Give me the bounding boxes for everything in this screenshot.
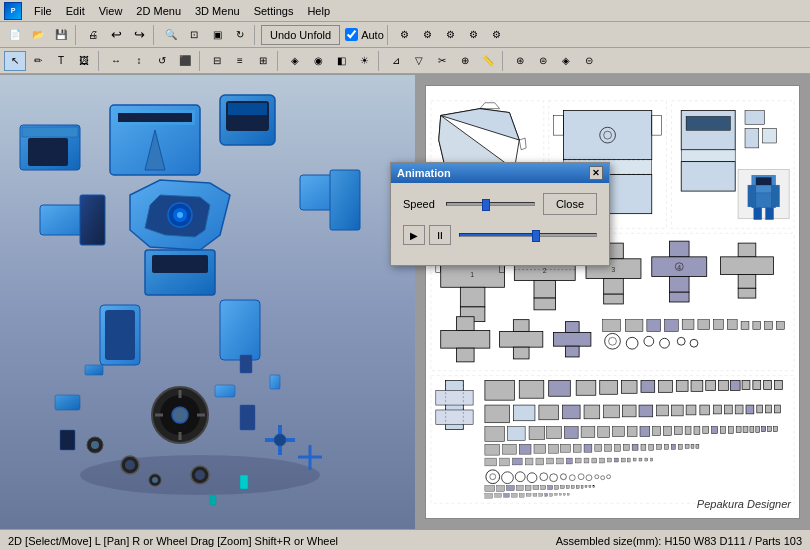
svg-rect-193 [507,427,525,441]
extra-btn4[interactable]: ⊝ [578,51,600,71]
svg-rect-120 [738,275,756,289]
fold-btn[interactable]: ⊿ [385,51,407,71]
undo-unfold-button[interactable]: Undo Unfold [261,25,340,45]
svg-rect-121 [738,288,756,298]
svg-point-36 [91,441,99,449]
svg-point-28 [172,407,188,423]
svg-rect-212 [743,427,748,433]
dialog-content: Speed Close ▶ ⏸ [391,183,609,265]
menu-item-view[interactable]: View [93,3,129,19]
sep2 [153,25,157,45]
zoom-in-button[interactable]: 🔍 [160,25,182,45]
svg-rect-130 [565,346,579,357]
dialog-close-button[interactable]: ✕ [589,166,603,180]
svg-rect-84 [756,177,772,185]
play-button[interactable]: ▶ [403,225,425,245]
align-center-btn[interactable]: ≡ [229,51,251,71]
group-btn[interactable]: ⬛ [174,51,196,71]
svg-rect-203 [664,427,672,436]
cut-btn[interactable]: ✂ [431,51,453,71]
svg-rect-225 [584,444,592,452]
svg-rect-250 [592,458,597,463]
align-left-btn[interactable]: ⊟ [206,51,228,71]
svg-rect-129 [554,332,591,346]
svg-rect-87 [772,185,780,207]
svg-rect-200 [627,427,637,437]
flip-v-btn[interactable]: ↕ [128,51,150,71]
print-button[interactable]: 🖨 [82,25,104,45]
menu-item-settings[interactable]: Settings [248,3,300,19]
svg-rect-169 [742,381,750,390]
image-btn[interactable]: 🖼 [73,51,95,71]
svg-rect-244 [536,458,544,465]
svg-rect-288 [585,486,587,488]
svg-rect-177 [584,405,600,419]
svg-rect-52 [270,375,280,389]
svg-point-272 [601,476,605,480]
zoom-fit-button[interactable]: ⊡ [183,25,205,45]
playback-row: ▶ ⏸ [403,225,597,245]
svg-point-265 [540,473,548,481]
menu-item-2d[interactable]: 2D Menu [130,3,187,19]
unfold-btn[interactable]: ▽ [408,51,430,71]
svg-rect-163 [659,381,673,393]
speed-slider[interactable] [446,202,535,206]
view3d-button[interactable]: ▣ [206,25,228,45]
text-btn[interactable]: T [50,51,72,71]
select-move-btn[interactable]: ↖ [4,51,26,71]
svg-point-41 [274,434,286,446]
menu-item-3d[interactable]: 3D Menu [189,3,246,19]
new-button[interactable]: 📄 [4,25,26,45]
redo-button[interactable]: ↪ [128,25,150,45]
progress-thumb[interactable] [532,230,540,242]
wireframe-btn[interactable]: ◉ [307,51,329,71]
extra-btn1[interactable]: ⊛ [509,51,531,71]
save-button[interactable]: 💾 [50,25,72,45]
svg-rect-219 [503,444,517,454]
svg-rect-160 [600,381,618,395]
flip-h-btn[interactable]: ↔ [105,51,127,71]
3d-model-svg [0,75,415,529]
shade-btn[interactable]: ◧ [330,51,352,71]
svg-rect-297 [533,493,537,496]
settings-btn4[interactable]: ⚙ [463,25,485,45]
3d-view-btn[interactable]: ◈ [284,51,306,71]
settings-btn3[interactable]: ⚙ [440,25,462,45]
undo-button[interactable]: ↩ [105,25,127,45]
arrange-btn[interactable]: ⊞ [252,51,274,71]
rotate-ccw-btn[interactable]: ↺ [151,51,173,71]
svg-rect-34 [60,430,75,450]
svg-rect-38 [240,405,255,430]
svg-rect-37 [215,385,235,397]
settings-btn1[interactable]: ⚙ [394,25,416,45]
svg-rect-103 [534,298,556,310]
svg-rect-179 [622,405,636,417]
pause-button[interactable]: ⏸ [429,225,451,245]
speed-slider-thumb[interactable] [482,199,490,211]
3d-viewport[interactable] [0,75,415,529]
svg-rect-181 [657,405,669,416]
svg-rect-284 [566,486,569,489]
rotate-button[interactable]: ↻ [229,25,251,45]
menu-item-help[interactable]: Help [301,3,336,19]
svg-rect-242 [512,458,522,465]
close-button[interactable]: Close [543,193,597,215]
menu-item-file[interactable]: File [28,3,58,19]
light-btn[interactable]: ☀ [353,51,375,71]
extra-btn3[interactable]: ◈ [555,51,577,71]
snap-btn[interactable]: ⊕ [454,51,476,71]
measure-btn[interactable]: 📏 [477,51,499,71]
svg-rect-231 [641,444,646,450]
settings-btn2[interactable]: ⚙ [417,25,439,45]
svg-rect-190 [766,405,772,413]
open-button[interactable]: 📂 [27,25,49,45]
menu-item-edit[interactable]: Edit [60,3,91,19]
extra-btn2[interactable]: ⊜ [532,51,554,71]
dialog-titlebar: Animation ✕ [391,163,609,183]
pen-btn[interactable]: ✏ [27,51,49,71]
auto-checkbox[interactable] [345,28,358,41]
svg-rect-176 [562,405,580,419]
paper-sheet[interactable]: 1 2 [425,85,800,519]
progress-bar[interactable] [459,233,597,237]
settings-btn5[interactable]: ⚙ [486,25,508,45]
